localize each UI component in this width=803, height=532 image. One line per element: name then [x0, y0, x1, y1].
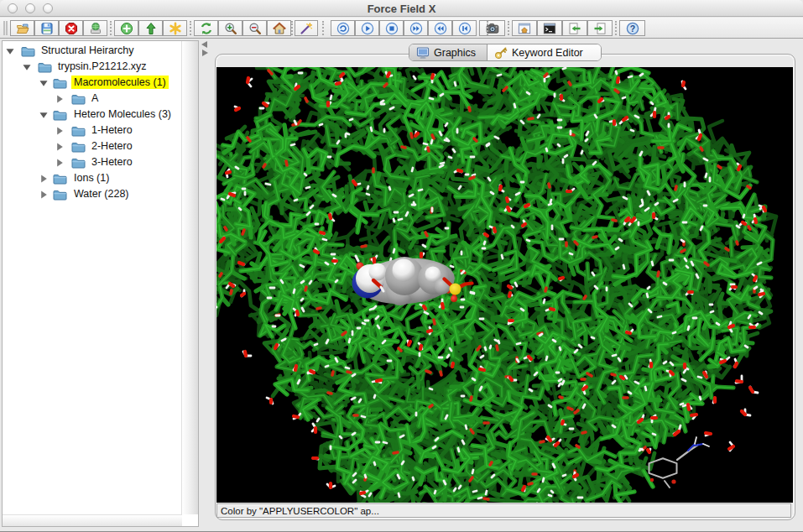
svg-text:?: ? [629, 23, 634, 33]
